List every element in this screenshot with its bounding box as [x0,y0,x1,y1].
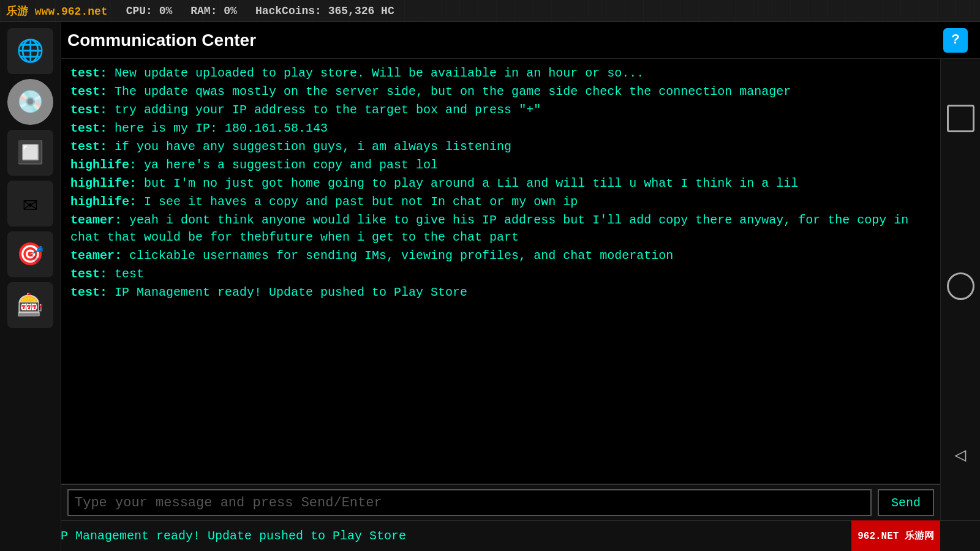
back-button[interactable]: ◁ [947,441,974,468]
input-area: Send [61,484,940,520]
circle-button[interactable] [947,272,974,300]
chat-message: test: IP Management ready! Update pushed… [70,284,931,301]
message-input[interactable] [67,489,872,516]
chat-username: highlife: [70,176,137,190]
chat-area[interactable]: test: New update uploaded to play store.… [61,59,940,484]
chat-text: try adding your IP address to the target… [107,103,541,117]
slot-icon[interactable]: 🎰 [7,282,53,328]
chat-text: but I'm no just got home going to play a… [137,176,798,190]
chat-message: highlife: but I'm no just got home going… [70,175,931,192]
send-button[interactable]: Send [878,489,934,516]
chip-icon[interactable]: 🔲 [7,130,53,176]
chat-message: teamer: clickable usernames for sending … [70,247,931,264]
sidebar: 🌐 💿 🔲 ✉ 🎯 🎰 [0,22,61,551]
ram-status: RAM: 0% [190,5,237,17]
chat-username: test: [70,84,107,99]
bottom-status-bar: test: IP Management ready! Update pushed… [0,520,980,551]
chat-username: teamer: [70,249,122,263]
help-button[interactable]: ? [943,28,968,53]
mail-icon[interactable]: ✉ [7,181,53,227]
chat-username: test: [70,267,107,281]
right-controls: ◁ [940,22,980,551]
logo-text: 乐游 www.962.net [6,4,108,18]
chat-message: test: The update qwas mostly on the serv… [70,83,931,100]
chat-text: ya here's a suggestion copy and past lol [137,158,438,172]
chat-username: highlife: [70,158,137,172]
disc-icon[interactable]: 💿 [7,79,53,125]
target-icon[interactable]: 🎯 [7,231,53,277]
chat-message: test: test [70,266,931,283]
chat-message: test: try adding your IP address to the … [70,102,931,119]
chat-text: yeah i dont think anyone would like to g… [70,213,908,244]
title-bar: Communication Center ? [0,22,980,59]
chat-username: test: [70,103,107,117]
chat-username: teamer: [70,213,122,227]
chat-username: test: [70,140,107,154]
chat-message: test: if you have any suggestion guys, i… [70,138,931,156]
chat-message: highlife: ya here's a suggestion copy an… [70,157,931,174]
status-bar: 乐游 www.962.net CPU: 0% RAM: 0% HackCoins… [0,0,980,22]
chat-text: clickable usernames for sending IMs, vie… [122,249,673,263]
chat-message: test: New update uploaded to play store.… [70,65,931,82]
chat-username: test: [70,121,107,135]
chat-username: test: [70,285,107,299]
logo-962: 962.NET 乐游网 [851,520,940,551]
chat-text: here is my IP: 180.161.58.143 [107,121,328,135]
chat-text: I see it haves a copy and past but not I… [137,195,578,209]
square-button[interactable] [947,105,974,132]
chat-message: highlife: I see it haves a copy and past… [70,193,931,211]
chat-text: test [107,267,144,281]
chat-username: test: [70,66,107,80]
chat-text: if you have any suggestion guys, i am al… [107,140,511,154]
chat-username: highlife: [70,195,137,209]
hackcoins-status: HackCoins: 365,326 HC [255,5,394,17]
page-title: Communication Center [67,31,256,50]
chat-text: The update qwas mostly on the server sid… [107,84,791,99]
globe-icon[interactable]: 🌐 [7,28,53,74]
bottom-status-text: test: IP Management ready! Update pushed… [9,529,406,543]
chat-message: teamer: yeah i dont think anyone would l… [70,212,931,246]
chat-text: IP Management ready! Update pushed to Pl… [107,285,467,299]
chat-message: test: here is my IP: 180.161.58.143 [70,120,931,137]
chat-text: New update uploaded to play store. Will … [107,66,644,80]
cpu-status: CPU: 0% [126,5,173,17]
logo-962-text: 962.NET 乐游网 [858,530,934,542]
